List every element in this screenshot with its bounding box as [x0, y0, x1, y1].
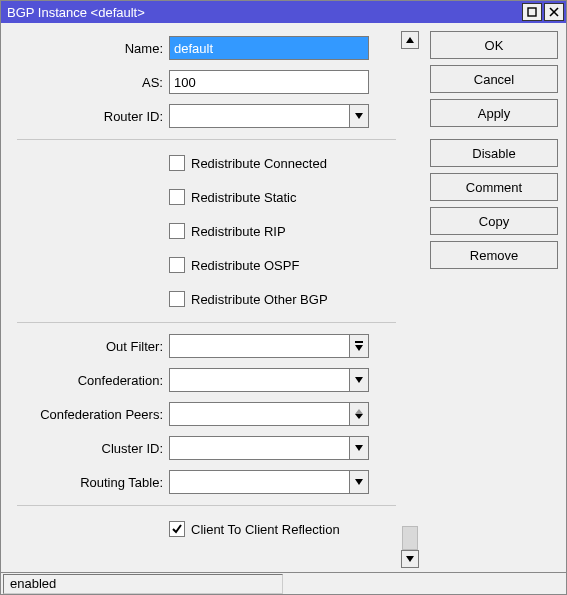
ok-button[interactable]: OK: [430, 31, 558, 59]
svg-marker-3: [355, 113, 363, 119]
cluster-id-dropdown-button[interactable]: [349, 436, 369, 460]
svg-marker-9: [355, 445, 363, 451]
statusbar: enabled: [1, 572, 566, 594]
confederation-peers-combo[interactable]: [169, 402, 369, 426]
out-filter-combo[interactable]: [169, 334, 369, 358]
window-title: BGP Instance <default>: [7, 5, 145, 20]
chevron-down-icon: [355, 445, 363, 451]
svg-marker-8: [355, 414, 363, 419]
routing-table-combo[interactable]: [169, 470, 369, 494]
scroll-up-button[interactable]: [401, 31, 419, 49]
chevron-down-icon: [355, 479, 363, 485]
cluster-id-input[interactable]: [169, 436, 349, 460]
confederation-peers-input[interactable]: [169, 402, 349, 426]
scrollbar[interactable]: [400, 31, 420, 568]
routing-table-label: Routing Table:: [9, 475, 169, 490]
routing-table-input[interactable]: [169, 470, 349, 494]
divider: [17, 505, 396, 506]
chevron-down-icon: [355, 414, 363, 419]
svg-marker-11: [406, 37, 414, 43]
svg-rect-4: [355, 341, 363, 343]
svg-marker-5: [355, 345, 363, 351]
cancel-button[interactable]: Cancel: [430, 65, 558, 93]
svg-marker-10: [355, 479, 363, 485]
divider: [17, 139, 396, 140]
divider: [17, 322, 396, 323]
router-id-label: Router ID:: [9, 109, 169, 124]
disable-button[interactable]: Disable: [430, 139, 558, 167]
svg-rect-0: [528, 8, 536, 16]
status-text: enabled: [3, 574, 283, 594]
router-id-dropdown-button[interactable]: [349, 104, 369, 128]
button-panel: OK Cancel Apply Disable Comment Copy Rem…: [430, 31, 558, 568]
redistribute-rip-checkbox[interactable]: [169, 223, 185, 239]
confederation-peers-spinner[interactable]: [349, 402, 369, 426]
maximize-button[interactable]: [522, 3, 542, 21]
name-input[interactable]: [169, 36, 369, 60]
confederation-input[interactable]: [169, 368, 349, 392]
redistribute-static-checkbox[interactable]: [169, 189, 185, 205]
apply-button[interactable]: Apply: [430, 99, 558, 127]
redistribute-connected-checkbox[interactable]: [169, 155, 185, 171]
cluster-id-label: Cluster ID:: [9, 441, 169, 456]
out-filter-label: Out Filter:: [9, 339, 169, 354]
out-filter-input[interactable]: [169, 334, 349, 358]
confederation-dropdown-button[interactable]: [349, 368, 369, 392]
name-label: Name:: [9, 41, 169, 56]
as-input[interactable]: [169, 70, 369, 94]
as-label: AS:: [9, 75, 169, 90]
scroll-thumb[interactable]: [402, 526, 418, 550]
comment-button[interactable]: Comment: [430, 173, 558, 201]
confederation-label: Confederation:: [9, 373, 169, 388]
close-icon: [549, 7, 559, 17]
out-filter-expand-button[interactable]: [349, 334, 369, 358]
scroll-down-button[interactable]: [401, 550, 419, 568]
client-to-client-checkbox[interactable]: [169, 521, 185, 537]
copy-button[interactable]: Copy: [430, 207, 558, 235]
titlebar: BGP Instance <default>: [1, 1, 566, 23]
remove-button[interactable]: Remove: [430, 241, 558, 269]
checkmark-icon: [171, 523, 183, 535]
routing-table-dropdown-button[interactable]: [349, 470, 369, 494]
redistribute-other-bgp-checkbox[interactable]: [169, 291, 185, 307]
chevron-down-icon: [355, 113, 363, 119]
confederation-peers-label: Confederation Peers:: [9, 407, 169, 422]
svg-marker-6: [355, 377, 363, 383]
spinner-down-icon: [355, 341, 363, 351]
router-id-combo[interactable]: [169, 104, 369, 128]
redistribute-static-label: Redistribute Static: [191, 190, 297, 205]
maximize-icon: [527, 7, 537, 17]
client-to-client-label: Client To Client Reflection: [191, 522, 340, 537]
confederation-combo[interactable]: [169, 368, 369, 392]
router-id-input[interactable]: [169, 104, 349, 128]
redistribute-ospf-label: Redistribute OSPF: [191, 258, 299, 273]
redistribute-rip-label: Redistribute RIP: [191, 224, 286, 239]
cluster-id-combo[interactable]: [169, 436, 369, 460]
redistribute-other-bgp-label: Redistribute Other BGP: [191, 292, 328, 307]
svg-marker-12: [406, 556, 414, 562]
chevron-down-icon: [406, 556, 414, 562]
chevron-down-icon: [355, 377, 363, 383]
redistribute-ospf-checkbox[interactable]: [169, 257, 185, 273]
form-panel: Name: AS: Router ID:: [9, 31, 396, 568]
close-button[interactable]: [544, 3, 564, 21]
redistribute-connected-label: Redistribute Connected: [191, 156, 327, 171]
chevron-up-icon: [406, 37, 414, 43]
